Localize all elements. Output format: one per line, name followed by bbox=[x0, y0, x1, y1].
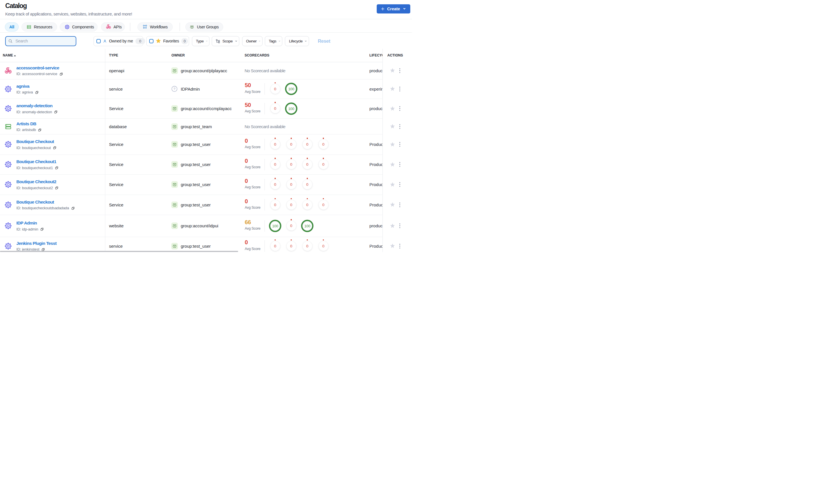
svg-text:100: 100 bbox=[288, 106, 294, 111]
svg-text:100: 100 bbox=[288, 87, 294, 91]
svg-text:100: 100 bbox=[272, 224, 278, 228]
svg-text:100: 100 bbox=[304, 224, 310, 228]
svg-text:?: ? bbox=[174, 87, 175, 91]
